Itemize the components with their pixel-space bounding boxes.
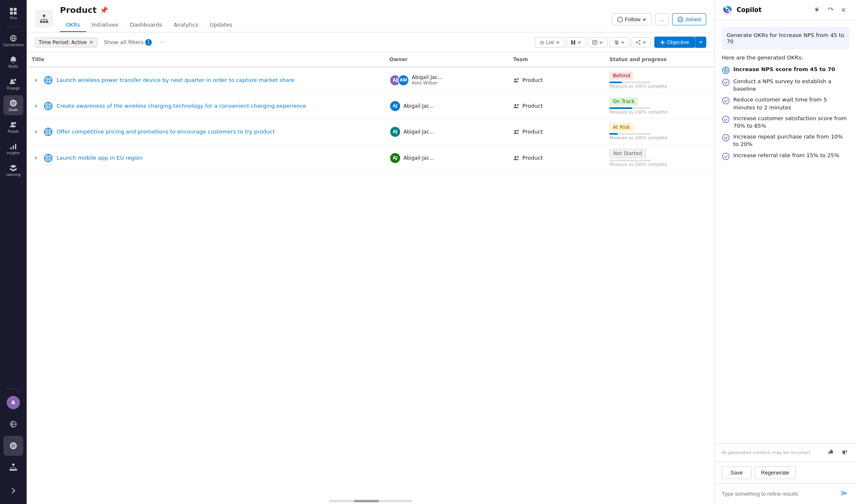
chevron-down-icon bbox=[699, 40, 703, 44]
sidebar-bottom-org[interactable] bbox=[3, 457, 23, 477]
status-badge: Behind bbox=[609, 72, 633, 80]
sidebar-item-viva[interactable]: Viva bbox=[3, 3, 23, 23]
svg-rect-2 bbox=[10, 12, 13, 15]
scrollbar-thumb[interactable] bbox=[354, 500, 379, 502]
okr-title[interactable]: Launch wireless power transfer device by… bbox=[57, 77, 294, 83]
share-icon bbox=[636, 40, 641, 45]
horizontal-scrollbar[interactable] bbox=[27, 498, 715, 504]
expand-button[interactable] bbox=[32, 154, 40, 162]
sidebar-bottom-globe[interactable] bbox=[3, 414, 23, 434]
progress-fill bbox=[609, 82, 622, 83]
team-icon bbox=[513, 103, 520, 109]
copilot-logo bbox=[722, 4, 733, 16]
svg-rect-22 bbox=[12, 469, 15, 471]
expand-button[interactable] bbox=[32, 102, 40, 110]
sidebar-item-learning[interactable]: Learning bbox=[3, 160, 23, 180]
avatar-group: AJ bbox=[389, 152, 401, 164]
group-view-button[interactable] bbox=[609, 37, 629, 47]
svg-point-11 bbox=[14, 122, 16, 124]
list-view-button[interactable]: List bbox=[535, 37, 564, 48]
goals-icon bbox=[9, 99, 17, 107]
owner-cell: AJ AW Abigail Jac... Alex Wilber bbox=[384, 67, 508, 93]
tab-dashboards[interactable]: Dashboards bbox=[124, 18, 168, 32]
copilot-regenerate-button[interactable]: Regenerate bbox=[755, 466, 796, 479]
copilot-close-button[interactable] bbox=[838, 4, 849, 16]
copilot-save-button[interactable]: Save bbox=[722, 466, 752, 479]
svg-rect-12 bbox=[10, 147, 12, 149]
copilot-okr-item: Conduct a NPS survey to establish a base… bbox=[722, 78, 849, 93]
copilot-refresh-button[interactable] bbox=[824, 4, 836, 16]
measure-text: Measure as 100% complete bbox=[609, 84, 710, 89]
sidebar-item-viva-label: Viva bbox=[10, 16, 17, 20]
svg-point-46 bbox=[514, 104, 516, 106]
pin-icon: 📌 bbox=[100, 6, 108, 14]
sidebar-bottom-avatar[interactable]: A bbox=[3, 393, 23, 413]
chevron-down-icon bbox=[621, 40, 625, 44]
show-all-filters-button[interactable]: Show all filters 1 bbox=[101, 37, 156, 47]
copilot-okr-item: Increase referral rate from 15% to 25% bbox=[722, 152, 849, 161]
team-cell: Product bbox=[508, 119, 605, 145]
team-icon bbox=[513, 77, 520, 84]
globe2-icon bbox=[9, 420, 17, 428]
share-view-button[interactable] bbox=[631, 37, 651, 47]
sidebar-item-connections[interactable]: Connections bbox=[3, 30, 23, 50]
sidebar-item-goals[interactable]: Goals bbox=[3, 95, 23, 115]
tab-updates[interactable]: Updates bbox=[204, 18, 238, 32]
okr-title[interactable]: Create awareness of the wireless chargin… bbox=[57, 103, 306, 109]
svg-rect-33 bbox=[615, 42, 618, 43]
sidebar-bottom-expand[interactable] bbox=[3, 481, 23, 501]
copilot-settings-button[interactable] bbox=[811, 4, 823, 16]
svg-point-50 bbox=[47, 131, 49, 133]
tab-analytics[interactable]: Analytics bbox=[168, 18, 204, 32]
board-view-button[interactable] bbox=[566, 37, 586, 47]
sidebar-bottom-goals[interactable] bbox=[3, 436, 23, 456]
filter-more-button[interactable]: ··· bbox=[158, 37, 167, 47]
svg-point-6 bbox=[14, 79, 16, 81]
view-controls: List bbox=[535, 37, 651, 48]
status-badge: On Track bbox=[609, 97, 638, 106]
okr-title[interactable]: Launch mobile app in EU region bbox=[57, 155, 143, 161]
filter-close-icon[interactable]: ✕ bbox=[89, 40, 94, 45]
svg-rect-20 bbox=[10, 469, 12, 471]
col-team-header: Team bbox=[508, 52, 605, 67]
svg-rect-34 bbox=[615, 44, 618, 44]
expand-button[interactable] bbox=[32, 128, 40, 136]
owner-name: Abigail Jac... bbox=[403, 155, 434, 161]
okr-title[interactable]: Offer competitive pricing and promotions… bbox=[57, 128, 275, 135]
org-icon bbox=[9, 463, 17, 472]
joined-button[interactable]: Joined bbox=[672, 13, 706, 25]
objective-icon bbox=[43, 75, 53, 85]
chevron-right-icon bbox=[34, 78, 38, 82]
copilot-footer-bar: AI-generated content may be incorrect bbox=[715, 443, 856, 462]
copilot-send-button[interactable] bbox=[839, 488, 849, 500]
add-objective-split-button[interactable] bbox=[695, 37, 706, 48]
sidebar-item-engage[interactable]: Engage bbox=[3, 74, 23, 94]
status-cell: At Risk Measure as 100% complete bbox=[604, 119, 715, 145]
copilot-refine-input[interactable] bbox=[722, 491, 835, 497]
add-objective-button[interactable]: Objective bbox=[654, 37, 695, 48]
thumbs-up-button[interactable] bbox=[826, 447, 836, 458]
joined-check-icon bbox=[678, 17, 683, 22]
copilot-prompt-box: Generate OKRs for Increase NPS from 45 t… bbox=[722, 27, 849, 49]
thumbs-down-button[interactable] bbox=[839, 447, 849, 458]
svg-rect-19 bbox=[12, 464, 15, 465]
scrollbar-track bbox=[329, 500, 412, 502]
refresh-icon bbox=[827, 7, 834, 13]
tab-initiatives[interactable]: Initiatives bbox=[86, 18, 124, 32]
user-avatar: A bbox=[7, 396, 20, 409]
expand-button[interactable] bbox=[32, 76, 40, 84]
more-button[interactable]: ... bbox=[655, 13, 669, 25]
time-period-filter[interactable]: Time Period: Active ✕ bbox=[35, 37, 97, 47]
title-cell: Create awareness of the wireless chargin… bbox=[27, 93, 384, 119]
progress-fill bbox=[609, 107, 632, 109]
sidebar-item-insights[interactable]: Insights bbox=[3, 138, 23, 158]
chevron-right-icon bbox=[34, 104, 38, 108]
follow-button[interactable]: Follow bbox=[612, 13, 652, 25]
team-name: Product bbox=[522, 128, 543, 135]
main-okr-icon bbox=[722, 66, 730, 74]
sidebar-item-notifications[interactable]: Notifs bbox=[3, 52, 23, 72]
tab-okrs[interactable]: OKRs bbox=[60, 18, 86, 32]
table-view-button[interactable] bbox=[588, 37, 608, 47]
sidebar-item-people[interactable]: People bbox=[3, 117, 23, 137]
nav-separator bbox=[7, 27, 20, 27]
